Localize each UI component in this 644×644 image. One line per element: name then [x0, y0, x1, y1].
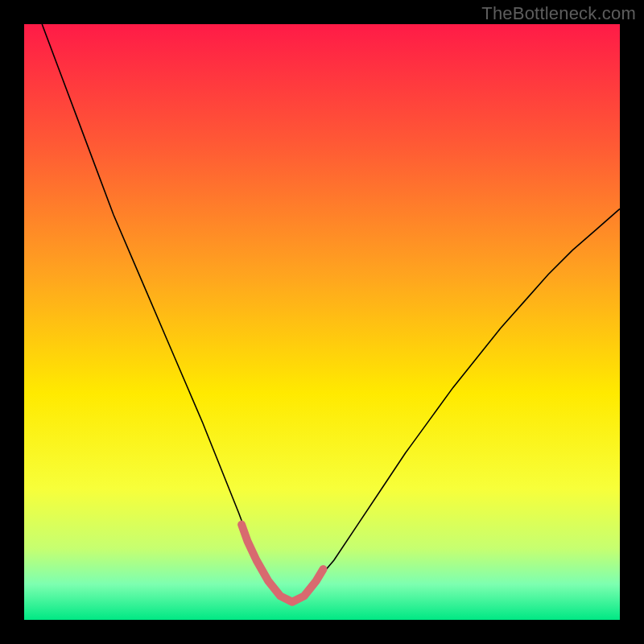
chart-frame: TheBottleneck.com: [0, 0, 644, 644]
plot-background: [24, 24, 620, 620]
bottleneck-chart: [24, 24, 620, 620]
watermark-text: TheBottleneck.com: [481, 3, 636, 24]
